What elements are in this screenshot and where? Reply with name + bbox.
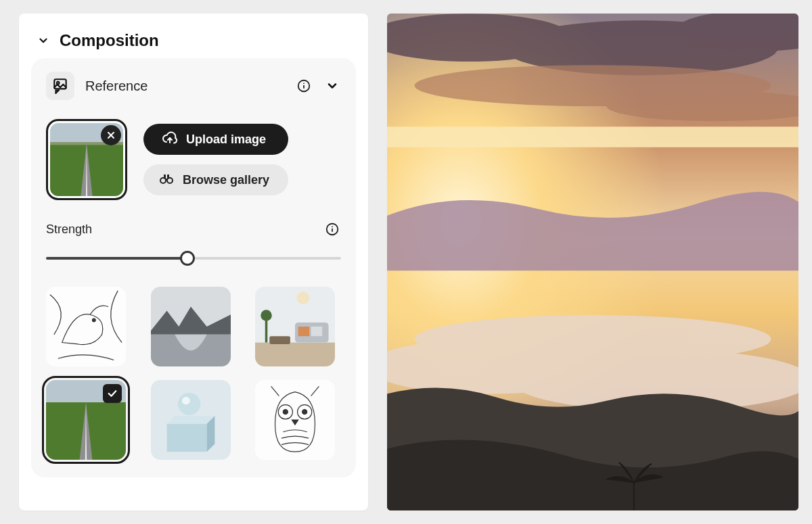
binoculars-icon — [158, 170, 175, 190]
upload-image-label: Upload image — [186, 133, 266, 147]
remove-reference-icon[interactable] — [101, 125, 121, 145]
gallery-item-mountain-lake[interactable] — [151, 287, 231, 366]
svg-point-12 — [160, 178, 166, 183]
gallery-item-living-room[interactable] — [255, 287, 335, 366]
svg-point-13 — [167, 178, 173, 183]
svg-point-39 — [178, 393, 200, 415]
section-header[interactable]: Composition — [31, 31, 356, 50]
svg-rect-23 — [255, 343, 335, 366]
slider-thumb[interactable] — [180, 251, 195, 266]
gallery-item-owl-lineart[interactable] — [255, 380, 335, 460]
svg-marker-37 — [166, 416, 215, 424]
svg-point-29 — [261, 310, 273, 321]
reference-gallery-grid — [46, 287, 341, 460]
strength-slider[interactable] — [46, 250, 341, 266]
svg-rect-53 — [387, 126, 798, 147]
gallery-item-bird-lineart[interactable] — [46, 287, 126, 366]
svg-point-56 — [415, 315, 771, 363]
svg-rect-36 — [166, 424, 206, 452]
gallery-item-road-field[interactable] — [46, 380, 126, 460]
svg-point-40 — [182, 397, 190, 405]
reference-thumbnail[interactable] — [46, 119, 127, 200]
svg-rect-26 — [311, 327, 323, 336]
svg-rect-25 — [298, 327, 310, 336]
reference-card: Reference — [31, 58, 356, 477]
svg-point-4 — [303, 82, 304, 84]
upload-image-button[interactable]: Upload image — [143, 124, 288, 155]
strength-info-icon[interactable] — [323, 220, 341, 238]
svg-rect-27 — [270, 336, 291, 344]
section-title: Composition — [60, 31, 159, 50]
svg-point-16 — [332, 226, 333, 227]
reference-header: Reference — [46, 72, 341, 100]
cloud-upload-icon — [162, 130, 178, 149]
svg-point-30 — [297, 291, 310, 304]
browse-gallery-label: Browse gallery — [183, 173, 269, 187]
gallery-item-sphere-cube[interactable] — [151, 380, 231, 460]
composition-panel: Composition Reference — [19, 14, 368, 510]
chevron-down-icon — [37, 34, 50, 47]
reference-image-icon — [46, 72, 74, 100]
svg-point-18 — [92, 318, 95, 322]
check-icon — [103, 384, 122, 403]
strength-label: Strength — [46, 222, 92, 237]
browse-gallery-button[interactable]: Browse gallery — [143, 164, 288, 195]
reference-collapse-icon[interactable] — [323, 77, 341, 95]
svg-point-44 — [284, 410, 288, 414]
reference-title: Reference — [85, 78, 284, 94]
preview-image — [387, 14, 798, 510]
reference-info-icon[interactable] — [295, 77, 313, 95]
svg-point-45 — [302, 410, 307, 414]
